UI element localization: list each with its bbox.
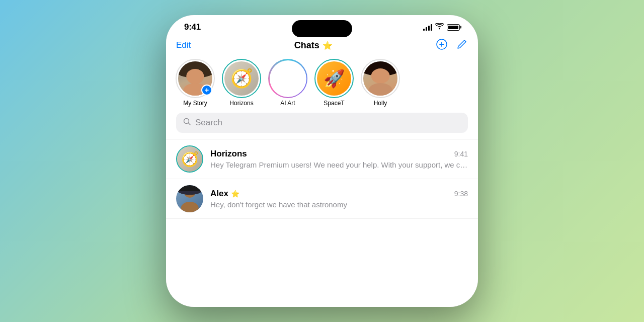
story-item-holly[interactable]: Holly	[361, 60, 399, 107]
chats-title: Chats	[294, 40, 319, 51]
story-avatar-wrap-mystory: +	[177, 60, 213, 97]
chat-avatar-horizons: 🧭	[176, 145, 203, 173]
chat-content-alex: Alex ⭐ 9:38 Hey, don't forget we have th…	[210, 189, 468, 209]
status-time: 9:41	[184, 22, 201, 32]
search-placeholder: Search	[195, 118, 222, 128]
chat-top-row-alex: Alex ⭐ 9:38	[210, 189, 468, 199]
search-bar-wrap: Search	[166, 113, 478, 139]
compose-button[interactable]	[456, 38, 468, 52]
phone-frame: 9:41	[166, 15, 478, 307]
chat-name-alex: Alex ⭐	[210, 189, 239, 199]
chat-top-row-horizons: Horizons 9:41	[210, 149, 468, 159]
battery-icon	[447, 24, 460, 31]
story-item-aiart[interactable]: 🦜 AI Art	[269, 60, 307, 107]
chat-preview-horizons: Hey Telegram Premium users! We need your…	[210, 160, 468, 169]
chat-list: 🧭 Horizons 9:41 Hey Telegram Premium use…	[166, 139, 478, 307]
header-title: Chats ⭐	[294, 40, 333, 51]
story-label-spacet: SpaceT	[324, 100, 344, 107]
chat-name-horizons: Horizons	[210, 149, 247, 159]
status-bar: 9:41	[166, 15, 478, 36]
search-icon	[183, 118, 191, 128]
story-avatar-wrap-spacet: 🚀	[316, 60, 352, 97]
story-avatar-wrap-holly	[362, 60, 398, 97]
story-label-mystory: My Story	[183, 100, 207, 107]
stories-row: + My Story 🧭 Horizons	[166, 58, 478, 113]
story-label-aiart: AI Art	[280, 100, 295, 107]
story-avatar-wrap-aiart: 🦜	[270, 60, 306, 97]
chat-star-alex: ⭐	[231, 190, 239, 198]
story-item-spacet[interactable]: 🚀 SpaceT	[315, 60, 353, 107]
story-label-holly: Holly	[374, 100, 387, 107]
status-icons	[423, 23, 460, 31]
chats-star-icon: ⭐	[323, 41, 333, 50]
story-label-horizons: Horizons	[229, 100, 253, 107]
chat-content-horizons: Horizons 9:41 Hey Telegram Premium users…	[210, 149, 468, 169]
chat-time-horizons: 9:41	[454, 150, 468, 158]
signal-icon	[423, 24, 432, 31]
dynamic-island	[292, 20, 352, 37]
app-header: Edit Chats ⭐	[166, 36, 478, 58]
story-avatar-holly	[362, 60, 398, 97]
story-plus-badge-mystory: +	[201, 85, 212, 96]
story-ring-spacet	[314, 59, 354, 98]
story-item-horizons[interactable]: 🧭 Horizons	[222, 60, 261, 107]
edit-button[interactable]: Edit	[176, 40, 191, 50]
add-story-button[interactable]	[436, 38, 448, 52]
story-ring-aiart	[268, 59, 307, 98]
chat-preview-alex: Hey, don't forget we have that astronomy	[210, 200, 468, 209]
phone-screen: 9:41	[166, 15, 478, 307]
story-ring-horizons	[222, 59, 261, 98]
wifi-icon	[435, 23, 444, 31]
story-avatar-wrap-horizons: 🧭	[223, 60, 260, 97]
header-actions	[436, 38, 468, 52]
chat-item-horizons[interactable]: 🧭 Horizons 9:41 Hey Telegram Premium use…	[166, 139, 478, 179]
search-bar[interactable]: Search	[176, 113, 468, 133]
svg-point-0	[439, 28, 440, 29]
story-item-mystory[interactable]: + My Story	[176, 60, 214, 107]
chat-item-alex[interactable]: Alex ⭐ 9:38 Hey, don't forget we have th…	[166, 179, 478, 219]
chat-avatar-alex	[176, 185, 203, 212]
chat-time-alex: 9:38	[454, 190, 468, 198]
